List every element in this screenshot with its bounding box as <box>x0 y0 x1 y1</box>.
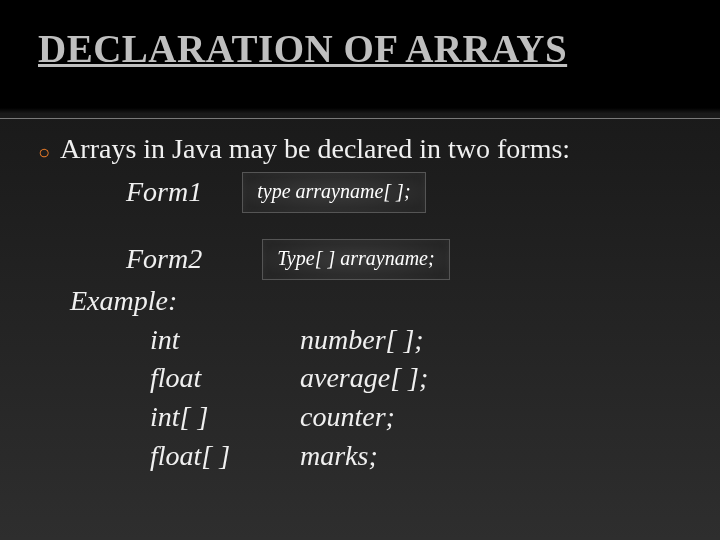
example-type: float <box>38 359 300 397</box>
example-label: Example: <box>38 282 700 320</box>
form1-label: Form1 <box>38 173 242 211</box>
form1-row: Form1 type arrayname[ ]; <box>38 172 700 213</box>
example-name: marks; <box>300 437 378 475</box>
slide-content: ○ Arrays in Java may be declared in two … <box>38 130 700 475</box>
title-divider <box>0 118 720 119</box>
form1-box: type arrayname[ ]; <box>242 172 425 213</box>
example-type: float[ ] <box>38 437 300 475</box>
example-name: average[ ]; <box>300 359 428 397</box>
slide-title: DECLARATION OF ARRAYS <box>0 0 720 81</box>
example-name: counter; <box>300 398 395 436</box>
form2-label: Form2 <box>38 240 262 278</box>
example-line-2: int[ ] counter; <box>38 398 700 436</box>
example-type: int[ ] <box>38 398 300 436</box>
example-line-3: float[ ] marks; <box>38 437 700 475</box>
example-line-1: float average[ ]; <box>38 359 700 397</box>
bullet-row: ○ Arrays in Java may be declared in two … <box>38 130 700 168</box>
form2-box: Type[ ] arrayname; <box>262 239 449 280</box>
example-line-0: int number[ ]; <box>38 321 700 359</box>
intro-text: Arrays in Java may be declared in two fo… <box>60 130 570 168</box>
bullet-icon: ○ <box>38 139 50 166</box>
spacer <box>38 213 700 239</box>
form2-row: Form2 Type[ ] arrayname; <box>38 239 700 280</box>
example-type: int <box>38 321 300 359</box>
example-name: number[ ]; <box>300 321 424 359</box>
